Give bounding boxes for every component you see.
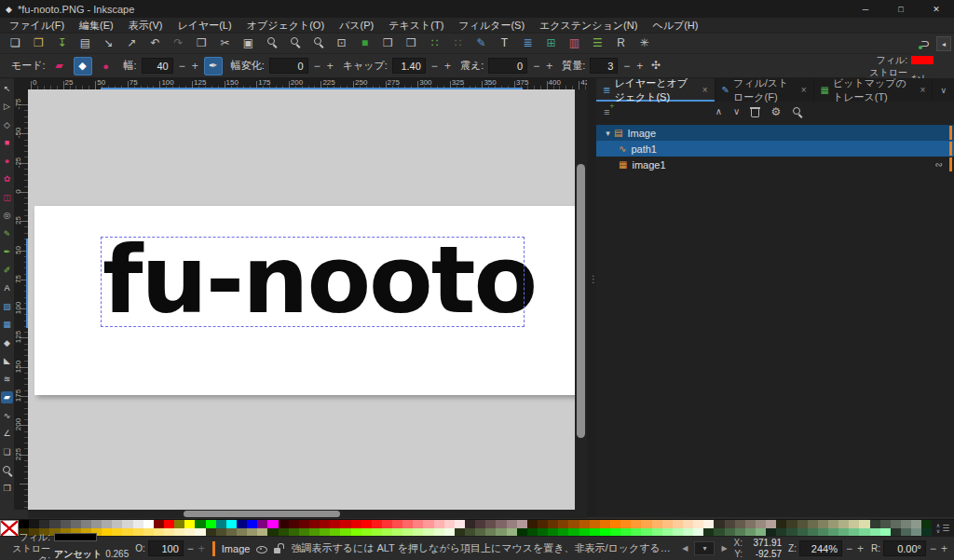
palette-swatch[interactable]: [112, 520, 122, 528]
palette-swatch[interactable]: [735, 520, 745, 528]
palette-swatch[interactable]: [579, 520, 590, 528]
palette-swatch[interactable]: [620, 528, 631, 537]
palette-swatch[interactable]: [216, 520, 226, 528]
palette-swatch[interactable]: [880, 528, 891, 537]
palette-swatch[interactable]: [620, 520, 631, 528]
gradient-tool[interactable]: ▧: [1, 300, 13, 312]
menu-item-extensions[interactable]: エクステンション(N): [532, 19, 645, 33]
enter-group-icon[interactable]: ❒: [404, 36, 418, 50]
search-icon[interactable]: [792, 106, 802, 116]
palette-swatch[interactable]: [279, 520, 289, 528]
palette-swatch[interactable]: [548, 520, 558, 528]
pages-tool[interactable]: ❏: [1, 445, 13, 458]
vertical-ruler[interactable]: -75-50-250255075100125150175200225: [14, 89, 28, 510]
tool-option-break-apart-button[interactable]: ✣: [648, 59, 662, 73]
palette-swatch[interactable]: [745, 520, 756, 528]
palette-swatch[interactable]: [496, 520, 506, 528]
palette-swatch[interactable]: [568, 528, 579, 537]
zoom-increase-button[interactable]: +: [856, 542, 865, 555]
palette-swatch[interactable]: [683, 520, 693, 528]
palette-swatch[interactable]: [517, 520, 527, 528]
palette-swatch[interactable]: [652, 520, 662, 528]
palette-swatch[interactable]: [372, 520, 382, 528]
copies-tool[interactable]: ❒: [1, 482, 13, 494]
snap-dialog-icon[interactable]: ✳: [637, 36, 651, 50]
fill-stroke-dialog-icon[interactable]: ✎: [474, 36, 488, 50]
tool-option-mass-field[interactable]: 3: [590, 58, 618, 74]
mass-decrease-button[interactable]: −: [622, 60, 631, 73]
move-up-icon[interactable]: ∧: [716, 106, 722, 116]
opacity-decrease-button[interactable]: −: [186, 542, 195, 555]
text-dialog-icon[interactable]: T: [497, 36, 511, 50]
palette-swatch[interactable]: [216, 528, 226, 537]
palette-swatch[interactable]: [382, 520, 392, 528]
palette-swatch[interactable]: [538, 528, 548, 537]
tool-option-thinning-field[interactable]: 0: [269, 58, 308, 74]
palette-swatch[interactable]: [745, 528, 756, 537]
group-icon[interactable]: ■: [358, 36, 372, 50]
palette-swatch[interactable]: [237, 520, 247, 528]
add-layer-button[interactable]: ≡+: [604, 106, 609, 117]
palette-swatch[interactable]: [548, 528, 558, 537]
rotation-field[interactable]: 0.00°: [883, 540, 926, 556]
palette-scroll-down-icon[interactable]: ∨: [936, 528, 940, 534]
redo-icon[interactable]: ↷: [171, 36, 185, 50]
palette-swatch[interactable]: [195, 528, 205, 537]
palette-swatch[interactable]: [309, 528, 320, 537]
opacity-increase-button[interactable]: +: [198, 542, 206, 555]
open-document-icon[interactable]: ❐: [32, 36, 46, 50]
document-properties-icon[interactable]: ▥: [567, 36, 581, 50]
selector-tool[interactable]: ↖: [1, 82, 13, 94]
zoom-field[interactable]: 244%: [799, 540, 842, 556]
palette-swatch[interactable]: [257, 520, 267, 528]
connector-tool[interactable]: ∿: [1, 409, 13, 421]
caps-increase-button[interactable]: +: [443, 60, 452, 73]
close-tab-icon[interactable]: ×: [702, 85, 708, 95]
palette-swatch[interactable]: [828, 520, 838, 528]
tab-layers-objects[interactable]: ≣レイヤーとオブジェクト(S)×: [596, 78, 716, 102]
mesh-gradient-tool[interactable]: ▦: [1, 319, 13, 331]
pencil-tool[interactable]: ✎: [1, 227, 13, 239]
fill-color-swatch[interactable]: [911, 56, 934, 64]
zoom-in-icon[interactable]: [265, 36, 279, 50]
settings-gear-icon[interactable]: ⚙: [770, 105, 781, 118]
palette-swatch[interactable]: [652, 528, 662, 537]
palette-swatch[interactable]: [714, 528, 724, 537]
palette-swatch[interactable]: [195, 520, 205, 528]
palette-swatch[interactable]: [568, 520, 579, 528]
calligraphy-tool[interactable]: ✐: [1, 264, 13, 276]
palette-swatch[interactable]: [475, 528, 485, 537]
palette-swatch[interactable]: [756, 528, 766, 537]
palette-swatch[interactable]: [279, 528, 289, 537]
new-document-icon[interactable]: ❏: [8, 36, 22, 50]
palette-swatch[interactable]: [693, 520, 703, 528]
minimize-button[interactable]: ─: [848, 0, 883, 18]
palette-swatch[interactable]: [423, 520, 433, 528]
palette-swatch[interactable]: [164, 520, 174, 528]
horizontal-ruler[interactable]: 0255075100125150175200225250275300325350…: [14, 78, 587, 89]
zoom-selection-icon[interactable]: ⊡: [334, 36, 348, 50]
palette-swatch[interactable]: [849, 520, 859, 528]
layers-dialog-icon[interactable]: ≣: [521, 36, 535, 50]
palette-swatch[interactable]: [444, 528, 455, 537]
palette-swatch[interactable]: [507, 528, 517, 537]
horizontal-scrollbar[interactable]: [28, 510, 575, 518]
palette-swatch[interactable]: [911, 528, 921, 537]
menu-item-object[interactable]: オブジェクト(O): [239, 19, 332, 33]
close-tab-icon[interactable]: ×: [801, 85, 807, 95]
prev-arrow-icon[interactable]: ◀: [682, 544, 688, 553]
palette-swatch[interactable]: [122, 520, 132, 528]
eraser-tool[interactable]: ▰: [1, 391, 13, 403]
rotation-increase-button[interactable]: +: [940, 542, 948, 555]
menu-item-help[interactable]: ヘルプ(H): [645, 19, 705, 33]
palette-swatch[interactable]: [818, 528, 828, 537]
next-arrow-icon[interactable]: ▶: [721, 544, 727, 553]
palette-swatch[interactable]: [786, 528, 797, 537]
palette-swatch[interactable]: [29, 520, 39, 528]
palette-swatch[interactable]: [133, 520, 143, 528]
select-all-icon[interactable]: ∷: [428, 36, 442, 50]
palette-swatch[interactable]: [402, 520, 413, 528]
palette-swatch[interactable]: [340, 520, 350, 528]
palette-swatch[interactable]: [507, 520, 517, 528]
export-icon[interactable]: ↗: [125, 36, 139, 50]
